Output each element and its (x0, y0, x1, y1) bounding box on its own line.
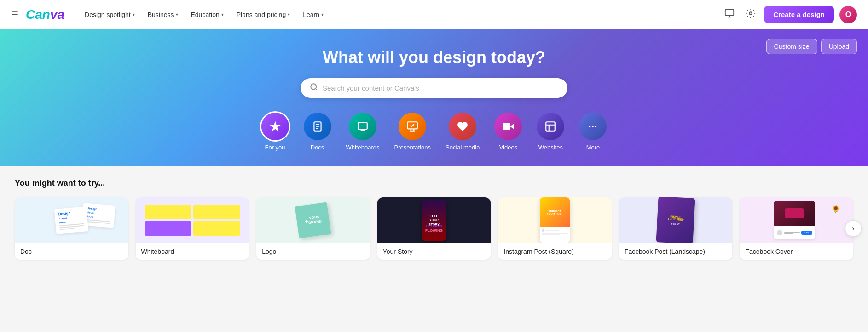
svg-point-17 (589, 126, 591, 127)
card-doc-image: Design Visual Docs Design Visual Docs (15, 197, 128, 243)
category-icons-row: For you Docs Whit (261, 113, 607, 151)
category-docs[interactable]: Docs (304, 113, 331, 151)
card-instagram-label: Instagram Post (Square) (498, 243, 612, 260)
social-media-icon (449, 113, 476, 140)
card-logo-label: Logo (256, 243, 370, 260)
nav-plans-pricing[interactable]: Plans and pricing ▾ (231, 7, 295, 22)
category-websites[interactable]: Websites (537, 113, 564, 151)
category-social-media[interactable]: Social media (446, 113, 480, 151)
svg-point-19 (595, 126, 597, 127)
card-logo[interactable]: ✈ YOURBRAND Logo (256, 197, 370, 260)
card-instagram[interactable]: PERFECTYOUR POST Instagram Post (Square) (498, 197, 612, 260)
chevron-icon: ▾ (221, 12, 224, 17)
card-facebook-image: INSPIREYOUR FEED 60% off (619, 197, 733, 243)
card-facebook-label: Facebook Post (Landscape) (619, 243, 733, 260)
card-instagram-image: PERFECTYOUR POST (498, 197, 612, 243)
suggestions-title: You might want to try... (15, 178, 853, 188)
category-videos[interactable]: Videos (494, 113, 522, 151)
websites-icon (537, 113, 564, 140)
upload-button[interactable]: Upload (821, 39, 857, 54)
search-input[interactable] (323, 84, 558, 92)
category-whiteboards[interactable]: Whiteboards (346, 113, 380, 151)
chevron-icon: ▾ (288, 12, 290, 17)
avatar[interactable]: O (839, 6, 857, 23)
chevron-icon: ▾ (176, 12, 178, 17)
docs-icon (304, 113, 331, 140)
svg-point-3 (750, 12, 752, 15)
logo[interactable]: Canva (26, 7, 64, 22)
card-whiteboard[interactable]: Get ideasFLOWING 🌻 Whiteboard (136, 197, 249, 260)
nav-design-spotlight[interactable]: Design spotlight ▾ (79, 7, 140, 22)
custom-size-button[interactable]: Custom size (766, 39, 817, 54)
card-doc[interactable]: Design Visual Docs Design Visual Docs Do… (15, 197, 128, 260)
nav-business[interactable]: Business ▾ (142, 7, 184, 22)
category-for-you[interactable]: For you (261, 113, 289, 151)
presentations-icon (399, 113, 426, 140)
svg-rect-10 (358, 122, 367, 129)
settings-icon[interactable] (743, 6, 758, 23)
card-fb-cover-label: Facebook Cover (740, 243, 853, 260)
category-more[interactable]: More (579, 113, 607, 151)
nav-learn[interactable]: Learn ▾ (297, 7, 329, 22)
for-you-icon (261, 113, 289, 140)
next-cards-button[interactable]: › (845, 220, 862, 237)
nav-education[interactable]: Education ▾ (185, 7, 229, 22)
hero-section: Custom size Upload What will you design … (0, 29, 868, 166)
cards-row: Design Visual Docs Design Visual Docs Do… (15, 197, 853, 260)
hero-title: What will you design today? (323, 48, 545, 67)
card-whiteboard-label: Whiteboard (136, 243, 249, 260)
svg-line-5 (315, 88, 317, 90)
card-doc-label: Doc (15, 243, 128, 260)
chevron-icon: ▾ (321, 12, 324, 17)
monitor-icon[interactable] (722, 6, 737, 23)
whiteboards-icon (349, 113, 376, 140)
search-bar (301, 78, 567, 98)
svg-point-4 (311, 84, 316, 89)
card-fb-cover-image: + Add (740, 197, 853, 243)
svg-rect-16 (546, 122, 556, 131)
navbar: ☰ Canva Design spotlight ▾ Business ▾ Ed… (0, 0, 868, 29)
card-whiteboard-image: Get ideasFLOWING 🌻 (136, 197, 249, 243)
suggestions-section: You might want to try... Design Visual D… (0, 166, 868, 273)
hero-actions: Custom size Upload (766, 39, 857, 54)
more-icon (579, 113, 607, 140)
svg-rect-15 (503, 123, 510, 130)
svg-marker-14 (510, 124, 514, 129)
videos-icon (494, 113, 522, 140)
svg-rect-0 (725, 10, 734, 16)
nav-right: Create a design O (722, 6, 857, 23)
svg-point-18 (592, 126, 594, 127)
card-story-label: Your Story (377, 243, 491, 260)
card-logo-image: ✈ YOURBRAND (256, 197, 370, 243)
card-story-image: TELLYOURSTORY (377, 197, 491, 243)
nav-links: Design spotlight ▾ Business ▾ Education … (79, 7, 722, 22)
card-facebook[interactable]: INSPIREYOUR FEED 60% off Facebook Post (… (619, 197, 733, 260)
create-design-button[interactable]: Create a design (764, 6, 834, 23)
category-presentations[interactable]: Presentations (394, 113, 431, 151)
chevron-icon: ▾ (133, 12, 135, 17)
hamburger-icon[interactable]: ☰ (11, 10, 18, 20)
search-icon (310, 83, 318, 93)
